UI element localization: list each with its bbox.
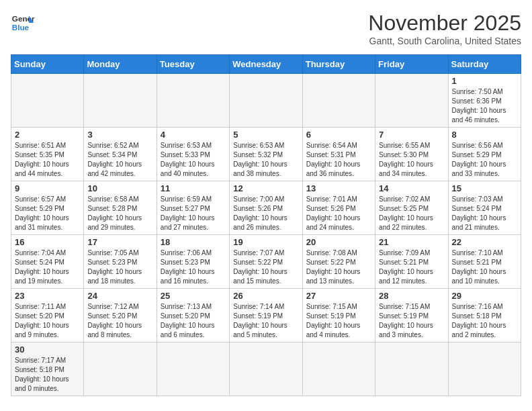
day-number: 12 xyxy=(233,183,298,193)
day-info: Sunrise: 6:56 AM Sunset: 5:29 PM Dayligh… xyxy=(452,141,517,179)
day-of-week-header: Tuesday xyxy=(157,55,229,74)
day-number: 6 xyxy=(306,130,371,140)
calendar-day-cell: 1Sunrise: 7:50 AM Sunset: 6:36 PM Daylig… xyxy=(448,74,521,128)
calendar-day-cell xyxy=(157,342,229,396)
day-info: Sunrise: 6:55 AM Sunset: 5:30 PM Dayligh… xyxy=(379,141,444,179)
day-number: 1 xyxy=(452,76,517,86)
day-number: 18 xyxy=(161,237,226,247)
calendar-day-cell: 19Sunrise: 7:07 AM Sunset: 5:22 PM Dayli… xyxy=(230,235,302,289)
day-number: 30 xyxy=(15,345,80,355)
calendar-day-cell: 13Sunrise: 7:01 AM Sunset: 5:26 PM Dayli… xyxy=(302,181,375,235)
day-info: Sunrise: 6:57 AM Sunset: 5:29 PM Dayligh… xyxy=(15,195,80,232)
title-block: November 2025 Gantt, South Carolina, Uni… xyxy=(368,11,521,46)
day-number: 20 xyxy=(306,237,371,247)
calendar-day-cell: 17Sunrise: 7:05 AM Sunset: 5:23 PM Dayli… xyxy=(84,235,157,289)
day-info: Sunrise: 7:17 AM Sunset: 5:18 PM Dayligh… xyxy=(15,356,80,394)
day-info: Sunrise: 7:13 AM Sunset: 5:20 PM Dayligh… xyxy=(161,302,226,340)
calendar-day-cell xyxy=(302,74,375,128)
calendar-table: SundayMondayTuesdayWednesdayThursdayFrid… xyxy=(11,54,521,396)
calendar-day-cell xyxy=(84,74,157,128)
day-number: 28 xyxy=(379,291,444,301)
calendar-day-cell xyxy=(84,342,157,396)
calendar-day-cell: 5Sunrise: 6:53 AM Sunset: 5:32 PM Daylig… xyxy=(230,128,302,181)
day-of-week-header: Sunday xyxy=(11,55,84,74)
day-info: Sunrise: 7:50 AM Sunset: 6:36 PM Dayligh… xyxy=(452,87,517,125)
day-info: Sunrise: 6:58 AM Sunset: 5:28 PM Dayligh… xyxy=(87,195,152,232)
day-info: Sunrise: 7:04 AM Sunset: 5:24 PM Dayligh… xyxy=(15,248,80,286)
day-number: 3 xyxy=(87,130,152,140)
calendar-day-cell: 24Sunrise: 7:12 AM Sunset: 5:20 PM Dayli… xyxy=(84,289,157,342)
day-number: 26 xyxy=(233,291,298,301)
day-of-week-header: Friday xyxy=(375,55,448,74)
calendar-day-cell: 27Sunrise: 7:15 AM Sunset: 5:19 PM Dayli… xyxy=(302,289,375,342)
day-number: 21 xyxy=(379,237,444,247)
day-number: 17 xyxy=(87,237,152,247)
calendar-week-row: 2Sunrise: 6:51 AM Sunset: 5:35 PM Daylig… xyxy=(11,128,521,181)
calendar-week-row: 30Sunrise: 7:17 AM Sunset: 5:18 PM Dayli… xyxy=(11,342,521,396)
calendar-day-cell: 18Sunrise: 7:06 AM Sunset: 5:23 PM Dayli… xyxy=(157,235,229,289)
day-number: 8 xyxy=(452,130,517,140)
calendar-day-cell xyxy=(302,342,375,396)
day-number: 10 xyxy=(87,183,152,193)
day-number: 2 xyxy=(15,130,80,140)
day-info: Sunrise: 7:08 AM Sunset: 5:22 PM Dayligh… xyxy=(306,248,371,286)
day-number: 4 xyxy=(161,130,226,140)
day-info: Sunrise: 7:02 AM Sunset: 5:25 PM Dayligh… xyxy=(379,195,444,232)
day-info: Sunrise: 7:15 AM Sunset: 5:19 PM Dayligh… xyxy=(379,302,444,340)
day-number: 15 xyxy=(452,183,517,193)
day-info: Sunrise: 7:01 AM Sunset: 5:26 PM Dayligh… xyxy=(306,195,371,232)
day-number: 9 xyxy=(15,183,80,193)
calendar-week-row: 1Sunrise: 7:50 AM Sunset: 6:36 PM Daylig… xyxy=(11,74,521,128)
calendar-day-cell: 30Sunrise: 7:17 AM Sunset: 5:18 PM Dayli… xyxy=(11,342,84,396)
calendar-day-cell: 21Sunrise: 7:09 AM Sunset: 5:21 PM Dayli… xyxy=(375,235,448,289)
day-number: 11 xyxy=(161,183,226,193)
calendar-day-cell: 10Sunrise: 6:58 AM Sunset: 5:28 PM Dayli… xyxy=(84,181,157,235)
day-info: Sunrise: 6:51 AM Sunset: 5:35 PM Dayligh… xyxy=(15,141,80,179)
day-info: Sunrise: 6:59 AM Sunset: 5:27 PM Dayligh… xyxy=(161,195,226,232)
day-number: 29 xyxy=(452,291,517,301)
day-info: Sunrise: 7:10 AM Sunset: 5:21 PM Dayligh… xyxy=(452,248,517,286)
day-info: Sunrise: 7:09 AM Sunset: 5:21 PM Dayligh… xyxy=(379,248,444,286)
calendar-day-cell: 3Sunrise: 6:52 AM Sunset: 5:34 PM Daylig… xyxy=(84,128,157,181)
day-number: 14 xyxy=(379,183,444,193)
day-number: 5 xyxy=(233,130,298,140)
svg-text:Blue: Blue xyxy=(12,23,30,32)
calendar-day-cell xyxy=(157,74,229,128)
calendar-day-cell xyxy=(11,74,84,128)
calendar-week-row: 23Sunrise: 7:11 AM Sunset: 5:20 PM Dayli… xyxy=(11,289,521,342)
day-of-week-header: Saturday xyxy=(448,55,521,74)
day-info: Sunrise: 6:54 AM Sunset: 5:31 PM Dayligh… xyxy=(306,141,371,179)
calendar-day-cell xyxy=(230,342,302,396)
calendar-day-cell: 2Sunrise: 6:51 AM Sunset: 5:35 PM Daylig… xyxy=(11,128,84,181)
day-number: 7 xyxy=(379,130,444,140)
day-info: Sunrise: 7:06 AM Sunset: 5:23 PM Dayligh… xyxy=(161,248,226,286)
day-number: 19 xyxy=(233,237,298,247)
calendar-day-cell: 8Sunrise: 6:56 AM Sunset: 5:29 PM Daylig… xyxy=(448,128,521,181)
day-info: Sunrise: 7:12 AM Sunset: 5:20 PM Dayligh… xyxy=(87,302,152,340)
calendar-day-cell: 25Sunrise: 7:13 AM Sunset: 5:20 PM Dayli… xyxy=(157,289,229,342)
calendar-day-cell xyxy=(230,74,302,128)
day-info: Sunrise: 6:53 AM Sunset: 5:32 PM Dayligh… xyxy=(233,141,298,179)
calendar-day-cell: 14Sunrise: 7:02 AM Sunset: 5:25 PM Dayli… xyxy=(375,181,448,235)
day-number: 22 xyxy=(452,237,517,247)
day-number: 23 xyxy=(15,291,80,301)
calendar-day-cell: 28Sunrise: 7:15 AM Sunset: 5:19 PM Dayli… xyxy=(375,289,448,342)
calendar-day-cell: 23Sunrise: 7:11 AM Sunset: 5:20 PM Dayli… xyxy=(11,289,84,342)
day-of-week-header: Thursday xyxy=(302,55,375,74)
calendar-day-cell: 16Sunrise: 7:04 AM Sunset: 5:24 PM Dayli… xyxy=(11,235,84,289)
day-info: Sunrise: 6:52 AM Sunset: 5:34 PM Dayligh… xyxy=(87,141,152,179)
month-title: November 2025 xyxy=(368,11,521,36)
day-info: Sunrise: 7:15 AM Sunset: 5:19 PM Dayligh… xyxy=(306,302,371,340)
day-info: Sunrise: 6:53 AM Sunset: 5:33 PM Dayligh… xyxy=(161,141,226,179)
calendar-header-row: SundayMondayTuesdayWednesdayThursdayFrid… xyxy=(11,55,521,74)
day-info: Sunrise: 7:03 AM Sunset: 5:24 PM Dayligh… xyxy=(452,195,517,232)
calendar-day-cell: 22Sunrise: 7:10 AM Sunset: 5:21 PM Dayli… xyxy=(448,235,521,289)
calendar-week-row: 16Sunrise: 7:04 AM Sunset: 5:24 PM Dayli… xyxy=(11,235,521,289)
day-info: Sunrise: 7:16 AM Sunset: 5:18 PM Dayligh… xyxy=(452,302,517,340)
page-header: General Blue November 2025 Gantt, South … xyxy=(11,11,521,46)
day-number: 13 xyxy=(306,183,371,193)
day-of-week-header: Wednesday xyxy=(230,55,302,74)
day-number: 25 xyxy=(161,291,226,301)
calendar-day-cell: 29Sunrise: 7:16 AM Sunset: 5:18 PM Dayli… xyxy=(448,289,521,342)
calendar-day-cell: 4Sunrise: 6:53 AM Sunset: 5:33 PM Daylig… xyxy=(157,128,229,181)
